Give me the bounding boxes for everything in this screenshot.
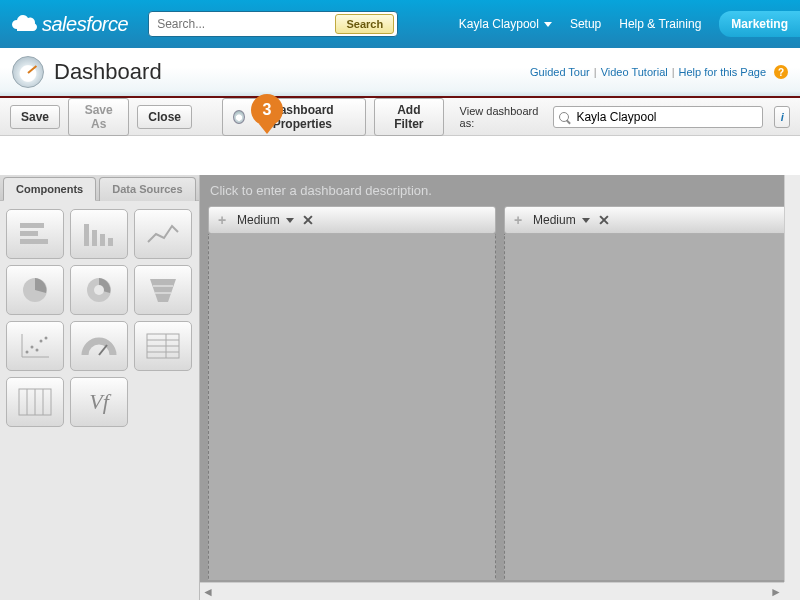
global-header: salesforce Search Kayla Claypool Setup H… xyxy=(0,0,800,48)
scroll-right-icon[interactable]: ► xyxy=(768,584,784,600)
scatter-chart-icon[interactable] xyxy=(6,321,64,371)
add-component-icon[interactable]: + xyxy=(511,213,525,227)
left-panel: Components Data Sources Vf xyxy=(0,175,200,600)
column-dropzone[interactable] xyxy=(208,234,496,580)
page-help-links: Guided Tour | Video Tutorial | Help for … xyxy=(530,65,788,79)
svg-rect-6 xyxy=(108,238,113,246)
help-icon[interactable]: ? xyxy=(774,65,788,79)
page-header: Dashboard Guided Tour | Video Tutorial |… xyxy=(0,48,800,98)
search-icon xyxy=(559,112,569,122)
editor-toolbar: Save Save As Close Dashboard Properties … xyxy=(0,98,800,136)
column-dropzone[interactable] xyxy=(504,234,792,580)
panel-tabs: Components Data Sources xyxy=(0,175,199,201)
step-number: 3 xyxy=(251,94,283,126)
app-switcher[interactable]: Marketing xyxy=(719,11,800,37)
canvas-scroll[interactable]: Click to enter a dashboard description. … xyxy=(200,175,800,580)
column-header: + Medium xyxy=(208,206,496,234)
cloud-icon xyxy=(10,13,38,36)
video-tutorial-link[interactable]: Video Tutorial xyxy=(601,66,668,78)
svg-rect-1 xyxy=(20,231,38,236)
vertical-scrollbar[interactable] xyxy=(784,175,800,582)
dashboard-properties-button[interactable]: Dashboard Properties xyxy=(222,98,367,136)
svg-rect-3 xyxy=(84,224,89,246)
svg-point-9 xyxy=(94,285,104,295)
guided-tour-link[interactable]: Guided Tour xyxy=(530,66,590,78)
svg-point-15 xyxy=(26,351,29,354)
svg-line-20 xyxy=(99,345,107,355)
dashboard-canvas: Click to enter a dashboard description. … xyxy=(200,175,800,600)
page-title: Dashboard xyxy=(54,59,162,85)
help-for-page-link[interactable]: Help for this Page xyxy=(679,66,766,78)
save-button[interactable]: Save xyxy=(10,105,60,129)
dashboard-icon xyxy=(12,56,44,88)
funnel-chart-icon[interactable] xyxy=(134,265,192,315)
size-dropdown-icon[interactable] xyxy=(286,218,294,223)
svg-rect-2 xyxy=(20,239,48,244)
pie-chart-icon[interactable] xyxy=(6,265,64,315)
remove-column-icon[interactable] xyxy=(598,214,610,226)
setup-link[interactable]: Setup xyxy=(570,17,601,31)
vertical-bar-chart-icon[interactable] xyxy=(70,209,128,259)
table-icon[interactable] xyxy=(6,377,64,427)
component-palette: Vf xyxy=(0,201,199,435)
user-name: Kayla Claypool xyxy=(459,17,539,31)
workspace: Components Data Sources Vf Click to ente… xyxy=(0,175,800,600)
search-button[interactable]: Search xyxy=(335,14,394,34)
tab-data-sources[interactable]: Data Sources xyxy=(99,177,195,201)
help-training-link[interactable]: Help & Training xyxy=(619,17,701,31)
horizontal-scrollbar[interactable]: ◄ ► xyxy=(200,582,784,600)
view-as-input[interactable] xyxy=(553,106,763,128)
remove-column-icon[interactable] xyxy=(302,214,314,226)
callout-tail-icon xyxy=(259,124,275,134)
svg-marker-10 xyxy=(150,279,176,302)
add-component-icon[interactable]: + xyxy=(215,213,229,227)
chevron-down-icon xyxy=(544,22,552,27)
search-input[interactable] xyxy=(157,17,331,31)
salesforce-logo: salesforce xyxy=(10,13,128,36)
view-as-label: View dashboard as: xyxy=(460,105,542,129)
horizontal-bar-chart-icon[interactable] xyxy=(6,209,64,259)
svg-point-16 xyxy=(31,346,34,349)
scroll-corner xyxy=(784,582,800,600)
dashboard-mini-icon xyxy=(233,110,245,124)
svg-point-19 xyxy=(45,337,48,340)
dashboard-columns: + Medium + Medium xyxy=(200,206,800,580)
view-as-input-wrap xyxy=(553,106,763,128)
svg-rect-4 xyxy=(92,230,97,246)
donut-chart-icon[interactable] xyxy=(70,265,128,315)
svg-point-18 xyxy=(40,340,43,343)
description-prompt[interactable]: Click to enter a dashboard description. xyxy=(200,175,800,206)
dashboard-column: + Medium xyxy=(208,206,496,580)
scroll-left-icon[interactable]: ◄ xyxy=(200,584,216,600)
metric-table-icon[interactable] xyxy=(134,321,192,371)
visualforce-icon[interactable]: Vf xyxy=(70,377,128,427)
line-chart-icon[interactable] xyxy=(134,209,192,259)
global-search: Search xyxy=(148,11,398,37)
column-header: + Medium xyxy=(504,206,792,234)
logo-text: salesforce xyxy=(42,13,128,36)
info-button[interactable]: i xyxy=(774,106,790,128)
gauge-chart-icon[interactable] xyxy=(70,321,128,371)
header-right: Kayla Claypool Setup Help & Training Mar… xyxy=(459,11,790,37)
svg-rect-0 xyxy=(20,223,44,228)
tab-components[interactable]: Components xyxy=(3,177,96,201)
dashboard-column: + Medium xyxy=(504,206,792,580)
svg-rect-5 xyxy=(100,234,105,246)
svg-point-17 xyxy=(36,349,39,352)
size-dropdown-icon[interactable] xyxy=(582,218,590,223)
add-filter-button[interactable]: Add Filter xyxy=(374,98,444,136)
step-callout: 3 xyxy=(249,94,285,148)
user-menu[interactable]: Kayla Claypool xyxy=(459,17,552,31)
column-size-label: Medium xyxy=(237,213,280,227)
column-size-label: Medium xyxy=(533,213,576,227)
save-as-button[interactable]: Save As xyxy=(68,98,129,136)
close-button[interactable]: Close xyxy=(137,105,192,129)
